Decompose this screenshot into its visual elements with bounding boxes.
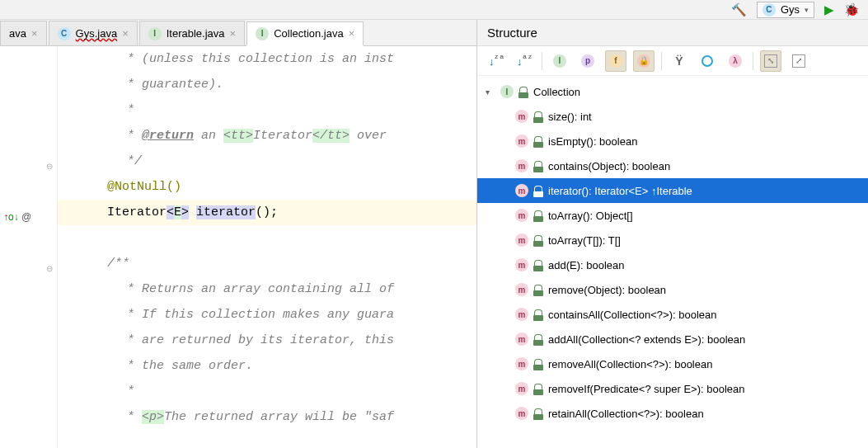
tree-member[interactable]: mcontains(Object): boolean bbox=[477, 153, 868, 178]
lock-icon bbox=[533, 309, 543, 319]
show-fields-button[interactable]: f bbox=[605, 50, 626, 72]
show-lambdas-button[interactable]: λ bbox=[725, 50, 746, 72]
class-icon: C bbox=[58, 27, 71, 40]
code-line[interactable]: Iterator<E> iterator(); bbox=[58, 200, 476, 225]
chevron-down-icon[interactable]: ▾ bbox=[486, 87, 495, 97]
debug-icon[interactable]: 🐞 bbox=[844, 2, 860, 17]
code-line[interactable]: /** bbox=[58, 251, 476, 276]
close-icon[interactable]: × bbox=[349, 27, 355, 40]
tree-label: remove(Object): boolean bbox=[548, 284, 666, 296]
chevron-down-icon: ▾ bbox=[805, 6, 809, 14]
override-marker[interactable]: ↑o↓ @ bbox=[3, 211, 31, 223]
tree-member[interactable]: mremoveAll(Collection<?>): boolean bbox=[477, 351, 868, 376]
close-icon[interactable]: × bbox=[122, 27, 129, 40]
structure-panel: Structure ↓z a ↓a z I p f 🔒 Ϋ λ ⤡ ⤢ ▾ICo… bbox=[476, 20, 868, 448]
tree-label: iterator(): Iterator<E> ↑Iterable bbox=[548, 185, 692, 197]
tree-member[interactable]: mremoveIf(Predicate<? super E>): boolean bbox=[477, 376, 868, 401]
code-line[interactable]: * bbox=[58, 379, 476, 404]
separator bbox=[542, 52, 542, 70]
editor-tab[interactable]: IIterable.java× bbox=[139, 21, 245, 45]
code-line[interactable]: * the same order. bbox=[58, 353, 476, 379]
lock-icon bbox=[533, 285, 543, 295]
code-editor[interactable]: * (unless this collection is an inst * g… bbox=[58, 46, 476, 448]
tab-label: Collection.java bbox=[274, 27, 344, 40]
show-interfaces-button[interactable]: I bbox=[549, 50, 570, 72]
tree-member[interactable]: miterator(): Iterator<E> ↑Iterable bbox=[477, 178, 868, 203]
editor-tab[interactable]: ICollection.java× bbox=[246, 21, 364, 46]
build-icon[interactable]: 🔨 bbox=[731, 2, 747, 17]
method-icon: m bbox=[515, 258, 528, 271]
tree-member[interactable]: maddAll(Collection<? extends E>): boolea… bbox=[477, 327, 868, 351]
code-line[interactable]: * If this collection makes any guara bbox=[58, 302, 476, 328]
close-icon[interactable]: × bbox=[230, 27, 237, 40]
code-line[interactable]: * guarantee). bbox=[58, 72, 476, 97]
editor-tab[interactable]: ava× bbox=[0, 21, 47, 45]
tree-member[interactable]: mremove(Object): boolean bbox=[477, 277, 868, 302]
structure-toolbar: ↓z a ↓a z I p f 🔒 Ϋ λ ⤡ ⤢ bbox=[477, 46, 868, 76]
lock-icon bbox=[533, 111, 543, 121]
lock-icon bbox=[533, 334, 543, 344]
tree-member[interactable]: msize(): int bbox=[477, 104, 868, 129]
autoscroll-from-source-button[interactable]: ⤢ bbox=[788, 50, 809, 72]
method-icon: m bbox=[515, 407, 528, 420]
code-line[interactable]: @NotNull() bbox=[58, 174, 476, 200]
fold-handle-icon[interactable]: ⊖ bbox=[46, 162, 53, 171]
method-icon: m bbox=[515, 134, 528, 148]
tree-label: size(): int bbox=[548, 111, 592, 123]
run-icon[interactable]: ▶ bbox=[824, 2, 834, 17]
fold-handle-icon[interactable]: ⊖ bbox=[46, 264, 53, 273]
tree-member[interactable]: mcontainsAll(Collection<?>): boolean bbox=[477, 302, 868, 327]
method-icon: m bbox=[515, 209, 528, 222]
tree-label: addAll(Collection<? extends E>): boolean bbox=[548, 333, 745, 346]
method-icon: m bbox=[515, 110, 528, 123]
sort-za-button[interactable]: ↓z a bbox=[486, 50, 507, 72]
interface-icon: I bbox=[148, 27, 162, 40]
code-line[interactable]: * bbox=[58, 97, 476, 123]
run-config-label: Gys bbox=[781, 3, 800, 16]
method-icon: m bbox=[515, 308, 528, 321]
tree-label: isEmpty(): boolean bbox=[548, 135, 637, 148]
lock-icon bbox=[533, 235, 543, 245]
code-line[interactable]: * Returns an array containing all of bbox=[58, 276, 476, 302]
tree-label: toArray(T[]): T[] bbox=[548, 234, 621, 247]
code-line[interactable]: * <p>The returned array will be "saf bbox=[58, 404, 476, 430]
sort-az-button[interactable]: ↓a z bbox=[514, 50, 535, 72]
code-line[interactable]: * are returned by its iterator, this bbox=[58, 328, 476, 353]
tree-label: retainAll(Collection<?>): boolean bbox=[548, 408, 704, 420]
editor-tab-bar: ava×CGys.java×IIterable.java×ICollection… bbox=[0, 20, 476, 46]
code-line[interactable]: * (unless this collection is an inst bbox=[58, 46, 476, 72]
method-icon: m bbox=[515, 283, 528, 296]
tree-member[interactable]: mretainAll(Collection<?>): boolean bbox=[477, 401, 868, 426]
filter-button[interactable]: Ϋ bbox=[669, 50, 690, 72]
tree-member[interactable]: misEmpty(): boolean bbox=[477, 129, 868, 153]
tree-member[interactable]: mtoArray(T[]): T[] bbox=[477, 228, 868, 252]
structure-title: Structure bbox=[477, 20, 868, 46]
lock-icon bbox=[533, 359, 543, 369]
tree-label: contains(Object): boolean bbox=[548, 160, 670, 172]
lock-icon bbox=[533, 384, 543, 394]
code-line[interactable]: */ bbox=[58, 149, 476, 174]
autoscroll-to-source-button[interactable]: ⤡ bbox=[760, 50, 781, 72]
show-nonpublic-button[interactable]: 🔒 bbox=[633, 50, 655, 72]
method-icon: m bbox=[515, 233, 528, 247]
method-icon: m bbox=[515, 159, 528, 172]
show-anonymous-button[interactable] bbox=[697, 50, 718, 72]
tab-label: Gys.java bbox=[76, 27, 118, 40]
lock-icon bbox=[533, 408, 543, 418]
tree-label: removeAll(Collection<?>): boolean bbox=[548, 358, 712, 370]
editor-tab[interactable]: CGys.java× bbox=[49, 21, 138, 45]
tree-member[interactable]: madd(E): boolean bbox=[477, 252, 868, 277]
tree-label: removeIf(Predicate<? super E>): boolean bbox=[548, 383, 744, 395]
lock-icon bbox=[533, 161, 543, 171]
method-icon: m bbox=[515, 357, 528, 370]
code-line[interactable]: * @return an <tt>Iterator</tt> over bbox=[58, 123, 476, 149]
structure-tree[interactable]: ▾ICollectionmsize(): intmisEmpty(): bool… bbox=[477, 76, 868, 448]
show-properties-button[interactable]: p bbox=[577, 50, 598, 72]
run-config-select[interactable]: C Gys ▾ bbox=[757, 2, 814, 18]
close-icon[interactable]: × bbox=[31, 27, 38, 40]
tree-label: toArray(): Object[] bbox=[548, 210, 633, 222]
tree-member[interactable]: mtoArray(): Object[] bbox=[477, 203, 868, 228]
code-line[interactable] bbox=[58, 225, 476, 251]
tree-root[interactable]: ▾ICollection bbox=[477, 79, 868, 104]
lock-icon bbox=[533, 210, 543, 220]
